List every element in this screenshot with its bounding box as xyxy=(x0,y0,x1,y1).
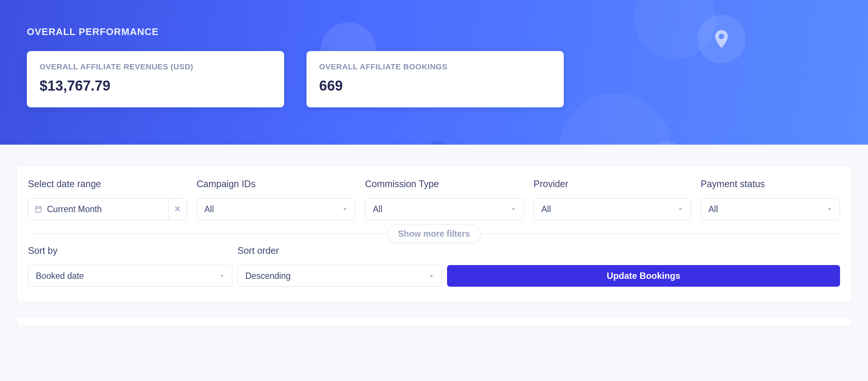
filter-date-range: Select date range Current Month ✕ xyxy=(28,179,187,220)
stat-card-bookings: OVERALL AFFILIATE BOOKINGS 669 xyxy=(306,51,564,107)
stat-card-revenue: OVERALL AFFILIATE REVENUES (USD) $13,767… xyxy=(27,51,284,107)
filters-row: Select date range Current Month ✕ Campai… xyxy=(28,179,840,220)
chevron-down-icon xyxy=(218,272,226,280)
stat-value: 669 xyxy=(319,78,551,94)
filters-divider: Show more filters xyxy=(28,233,840,234)
chevron-down-icon xyxy=(676,205,685,213)
filter-label: Campaign IDs xyxy=(196,179,355,189)
filter-label: Sort order xyxy=(238,245,442,256)
stat-value: $13,767.79 xyxy=(40,78,271,94)
section-title: OVERALL PERFORMANCE xyxy=(27,26,841,38)
sort-by-group: Sort by Booked date xyxy=(28,245,232,287)
chevron-down-icon xyxy=(427,272,435,280)
update-bookings-button[interactable]: Update Bookings xyxy=(447,265,840,287)
calendar-icon xyxy=(34,205,43,213)
show-more-filters-button[interactable]: Show more filters xyxy=(387,225,481,243)
filter-label: Provider xyxy=(534,179,691,189)
close-icon: ✕ xyxy=(174,204,181,214)
filter-label: Sort by xyxy=(28,245,232,256)
chevron-down-icon xyxy=(825,205,834,213)
sort-row: Sort by Booked date Sort order Descendin… xyxy=(28,245,840,287)
select-value: Booked date xyxy=(36,271,84,281)
next-panel-top xyxy=(16,317,852,326)
stat-label: OVERALL AFFILIATE BOOKINGS xyxy=(319,62,551,71)
select-value: All xyxy=(708,204,718,214)
filter-provider: Provider All xyxy=(534,179,691,220)
select-value: All xyxy=(541,204,551,214)
sort-by-select[interactable]: Booked date xyxy=(28,265,232,287)
sort-order-select[interactable]: Descending xyxy=(238,265,442,287)
provider-select[interactable]: All xyxy=(534,198,691,220)
clear-date-button[interactable]: ✕ xyxy=(169,198,187,220)
payment-status-select[interactable]: All xyxy=(701,198,840,220)
chevron-down-icon xyxy=(341,205,349,213)
select-value: Descending xyxy=(245,271,290,281)
select-value: All xyxy=(373,204,383,214)
select-value: All xyxy=(204,204,214,214)
date-range-value: Current Month xyxy=(47,204,102,214)
filter-payment-status: Payment status All xyxy=(701,179,840,220)
sort-order-group: Sort order Descending xyxy=(238,245,442,287)
filter-label: Payment status xyxy=(701,179,840,189)
stat-cards: OVERALL AFFILIATE REVENUES (USD) $13,767… xyxy=(27,51,841,107)
campaign-ids-select[interactable]: All xyxy=(196,198,355,220)
performance-hero: OVERALL PERFORMANCE OVERALL AFFILIATE RE… xyxy=(0,0,868,145)
stat-label: OVERALL AFFILIATE REVENUES (USD) xyxy=(40,62,271,71)
filter-label: Commission Type xyxy=(365,179,524,189)
chevron-down-icon xyxy=(509,205,518,213)
filter-label: Select date range xyxy=(28,179,187,189)
filter-commission-type: Commission Type All xyxy=(365,179,524,220)
filters-panel: Select date range Current Month ✕ Campai… xyxy=(16,166,852,302)
date-range-input[interactable]: Current Month xyxy=(28,198,169,220)
filter-campaign-ids: Campaign IDs All xyxy=(196,179,355,220)
commission-type-select[interactable]: All xyxy=(365,198,524,220)
